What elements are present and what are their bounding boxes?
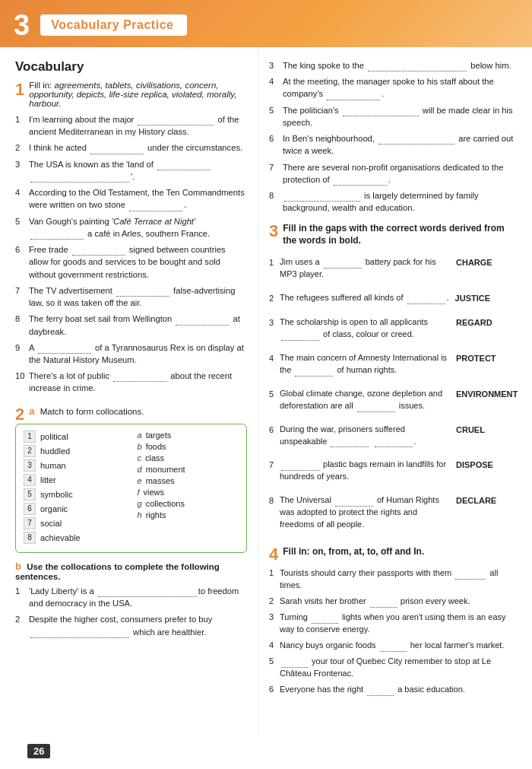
col-word: targets (146, 431, 172, 440)
ex2-num: 2 (15, 405, 24, 424)
col-row: atargets (138, 431, 239, 440)
list-item: 5The politician's will be made clear in … (269, 104, 520, 129)
col-word: human (40, 461, 66, 470)
ex2b-instruction: b Use the collocations to complete the f… (15, 561, 247, 581)
col-word: social (40, 519, 62, 528)
col-num: 2 (24, 445, 36, 457)
list-item: 7The TV advertisement false-advertising … (15, 284, 247, 309)
col-row: hrights (138, 510, 239, 520)
exercise-4: 4 Fill in: on, from, at, to, off and In.… (269, 545, 520, 696)
collocations-table: 1political 2huddled 3human 4litter 5symb… (15, 424, 247, 553)
ex1-right-list: 3The king spoke to the below him. 4At th… (269, 59, 520, 214)
col-num: 1 (24, 431, 36, 443)
list-item: 2Despite the higher cost, consumers pref… (15, 613, 247, 637)
ex1-words: agreements, tablets, civilisations, conc… (29, 81, 236, 108)
list-item: 8 The Universal of Human Rights was adop… (269, 494, 520, 536)
col-letter: c (138, 453, 142, 462)
col-letter: b (138, 442, 142, 451)
list-item: 9A of a Tyrannosaurus Rex is on display … (15, 342, 247, 366)
list-item: 10There's a lot of public about the rece… (15, 370, 247, 394)
col-letter: a (138, 431, 142, 440)
col-letter: f (138, 488, 140, 497)
col-num: 4 (24, 474, 36, 486)
list-item: 4At the meeting, the manager spoke to hi… (269, 75, 520, 100)
main-content: Vocabulary 1 Fill in: agreements, tablet… (0, 47, 532, 736)
col-word: symbolic (40, 490, 73, 499)
col-row: bfoods (138, 442, 239, 451)
list-item: 8 is largely determined by family backgr… (269, 189, 520, 214)
list-item: 3The king spoke to the below him. (269, 59, 520, 71)
ex1-instruction: Fill in: agreements, tablets, civilisati… (29, 81, 247, 108)
col-num: 5 (24, 488, 36, 500)
collocations-right: atargets bfoods cclass dmonument emasses… (131, 431, 239, 546)
col-word: collections (146, 499, 185, 508)
list-item: 3Turning lights when you aren't using th… (269, 612, 520, 636)
col-word: rights (146, 510, 166, 520)
list-item: 2 The refugees suffered all kinds of . J… (269, 292, 520, 310)
ex3-list: 1 Jim uses a battery pack for his MP3 pl… (269, 256, 520, 536)
col-word: political (40, 432, 68, 441)
col-word: litter (40, 475, 56, 485)
col-word: huddled (40, 446, 70, 456)
ex1-fill-label: Fill in: (29, 81, 52, 90)
col-row: 5symbolic (24, 488, 131, 500)
col-row: 7social (24, 517, 131, 529)
list-item: 3The USA is known as the 'land of '. (15, 158, 247, 183)
chapter-number: 3 (14, 11, 30, 40)
exercise-2: 2 a Match to form collocations. 1politic… (15, 405, 247, 638)
ex2b-label: Use the collocations to complete the fol… (15, 562, 220, 581)
col-letter: h (138, 510, 142, 520)
list-item: 1'Lady Liberty' is a to freedom and demo… (15, 585, 247, 609)
exercise-1: 1 Fill in: agreements, tablets, civilisa… (15, 81, 247, 395)
col-row: 6organic (24, 503, 131, 515)
col-row: 8achievable (24, 532, 131, 544)
col-num: 3 (24, 459, 36, 472)
list-item: 5Van Gough's painting 'Café Terrace at N… (15, 215, 247, 240)
list-item: 1 Jim uses a battery pack for his MP3 pl… (269, 256, 520, 286)
col-row: gcollections (138, 499, 239, 508)
collocations-inner: 1political 2huddled 3human 4litter 5symb… (16, 424, 246, 552)
col-row: fviews (138, 488, 239, 497)
list-item: 2Sarah visits her brother prison every w… (269, 596, 520, 608)
right-column: 3The king spoke to the below him. 4At th… (258, 47, 532, 736)
list-item: 7 plastic bags remain in landfills for h… (269, 459, 520, 488)
list-item: 6In Ben's neighbourhood, are carried out… (269, 132, 520, 157)
page-header: 3 Vocabulary Practice (0, 0, 532, 47)
col-num: 8 (24, 532, 36, 544)
col-row: dmonument (138, 465, 239, 474)
col-num: 6 (24, 503, 36, 515)
col-letter: d (138, 465, 142, 474)
col-word: foods (146, 442, 166, 451)
col-letter: g (138, 499, 142, 508)
ex4-num: 4 (269, 545, 278, 564)
ex2a-label: Match to form collocations. (40, 407, 144, 416)
ex1-list: 1I'm learning about the major of the anc… (15, 113, 247, 395)
col-word: achievable (40, 533, 81, 542)
ex3-instruction: Fill in the gaps with the correct words … (283, 222, 520, 248)
page: 3 Vocabulary Practice Vocabulary 1 Fill … (0, 0, 532, 769)
ex4-list: 1Tourists should carry their passports w… (269, 567, 520, 695)
left-column: Vocabulary 1 Fill in: agreements, tablet… (0, 47, 258, 736)
col-word: views (144, 488, 165, 497)
list-item: 5 your tour of Quebec City remember to s… (269, 656, 520, 680)
list-item: 4According to the Old Testament, the Ten… (15, 186, 247, 211)
ex4-instruction: Fill in: on, from, at, to, off and In. (283, 545, 520, 558)
list-item: 6Free trade signed between countries all… (15, 243, 247, 281)
ex3-num: 3 (269, 222, 278, 240)
list-item: 1Tourists should carry their passports w… (269, 567, 520, 592)
col-row: 4litter (24, 474, 131, 486)
collocations-left: 1political 2huddled 3human 4litter 5symb… (24, 431, 131, 546)
col-row: emasses (138, 476, 239, 485)
ex1-num: 1 (15, 81, 24, 99)
list-item: 6Everyone has the right a basic educatio… (269, 684, 520, 696)
ex2a-instruction: a Match to form collocations. (29, 405, 247, 417)
col-letter: e (138, 476, 142, 485)
exercise-2b: b Use the collocations to complete the f… (15, 561, 247, 638)
ex2a-sub: a (29, 405, 34, 417)
col-word: organic (40, 504, 68, 513)
col-word: monument (146, 465, 185, 474)
list-item: 5 Global climate change, ozone depletion… (269, 388, 520, 418)
col-num: 7 (24, 517, 36, 529)
list-item: 6 During the war, prisoners suffered uns… (269, 424, 520, 453)
ex2b-list: 1'Lady Liberty' is a to freedom and demo… (15, 585, 247, 638)
